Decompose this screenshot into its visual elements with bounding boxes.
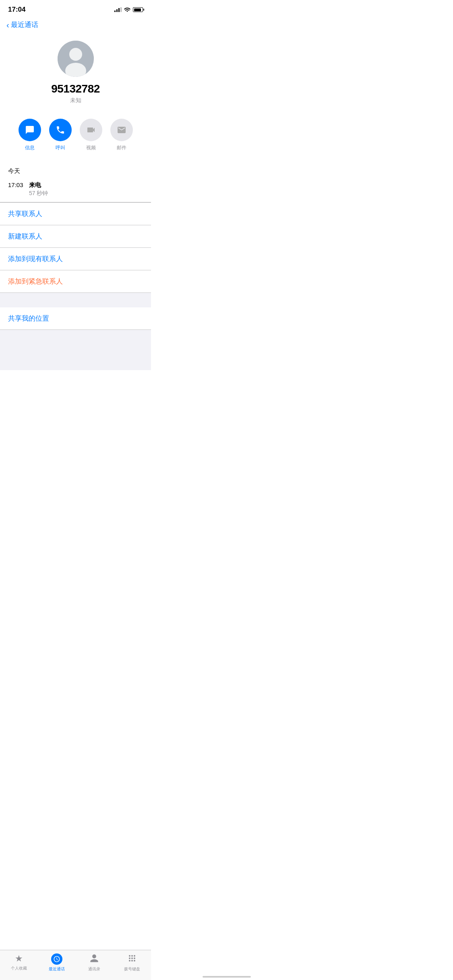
call-time: 17:03 bbox=[8, 181, 25, 188]
call-duration: 57 秒钟 bbox=[8, 190, 143, 197]
video-button[interactable]: 视频 bbox=[80, 119, 102, 151]
contact-header: 95132782 未知 bbox=[0, 34, 151, 112]
video-label: 视频 bbox=[86, 144, 96, 151]
add-existing-label: 添加到现有联系人 bbox=[8, 255, 63, 263]
video-button-circle bbox=[80, 119, 102, 141]
new-contact-label: 新建联系人 bbox=[8, 233, 42, 240]
status-icons bbox=[114, 7, 143, 13]
add-emergency-label: 添加到紧急联系人 bbox=[8, 278, 63, 285]
location-share-button[interactable]: 共享我的位置 bbox=[0, 307, 151, 330]
share-contact-button[interactable]: 共享联系人 bbox=[0, 202, 151, 225]
add-emergency-button[interactable]: 添加到紧急联系人 bbox=[0, 270, 151, 293]
call-button[interactable]: 呼叫 bbox=[49, 119, 72, 151]
new-contact-button[interactable]: 新建联系人 bbox=[0, 225, 151, 248]
section-title: 今天 bbox=[8, 167, 143, 175]
avatar bbox=[58, 41, 94, 77]
svg-point-1 bbox=[69, 48, 82, 61]
back-label: 最近通话 bbox=[11, 20, 38, 29]
back-button[interactable]: ‹ 最近通话 bbox=[6, 20, 38, 29]
nav-bar: ‹ 最近通话 bbox=[0, 17, 151, 34]
call-history-section: 今天 17:03 来电 57 秒钟 bbox=[0, 161, 151, 202]
location-label: 共享我的位置 bbox=[8, 315, 49, 322]
action-buttons: 信息 呼叫 视频 邮件 bbox=[0, 112, 151, 161]
contact-subtitle: 未知 bbox=[70, 97, 81, 104]
signal-icon bbox=[114, 7, 122, 12]
share-contact-label: 共享联系人 bbox=[8, 210, 42, 218]
message-button-circle bbox=[19, 119, 41, 141]
gray-spacer-2 bbox=[0, 330, 151, 370]
bottom-spacer bbox=[0, 370, 151, 406]
wifi-icon bbox=[124, 7, 130, 13]
call-label: 呼叫 bbox=[56, 144, 65, 151]
mail-button[interactable]: 邮件 bbox=[110, 119, 133, 151]
call-button-circle bbox=[49, 119, 72, 141]
status-bar: 17:04 bbox=[0, 0, 151, 17]
menu-section: 共享联系人 新建联系人 添加到现有联系人 添加到紧急联系人 bbox=[0, 202, 151, 293]
mail-label: 邮件 bbox=[117, 144, 126, 151]
call-item: 17:03 来电 57 秒钟 bbox=[8, 178, 143, 202]
status-time: 17:04 bbox=[8, 6, 25, 14]
gray-spacer-1 bbox=[0, 293, 151, 307]
back-chevron-icon: ‹ bbox=[6, 21, 9, 29]
mail-button-circle bbox=[110, 119, 133, 141]
add-existing-button[interactable]: 添加到现有联系人 bbox=[0, 248, 151, 270]
call-type: 来电 bbox=[29, 181, 41, 189]
message-label: 信息 bbox=[25, 144, 35, 151]
message-button[interactable]: 信息 bbox=[19, 119, 41, 151]
battery-icon bbox=[133, 7, 143, 12]
contact-name: 95132782 bbox=[51, 82, 100, 95]
